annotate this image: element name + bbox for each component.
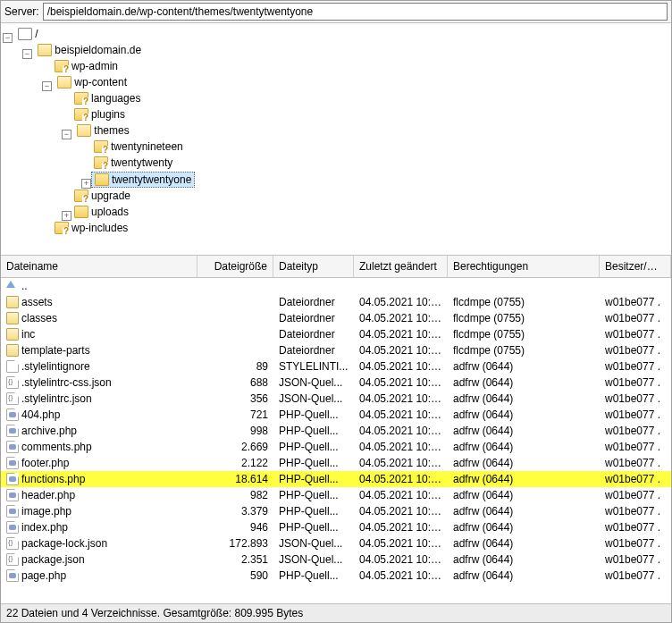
file-perm: adfrw (0644) — [448, 423, 600, 439]
file-row[interactable]: package-lock.json172.893JSON-Quel...04.0… — [1, 535, 671, 551]
file-perm — [448, 284, 600, 288]
file-row[interactable]: classesDateiordner04.05.2021 10:5...flcd… — [1, 310, 671, 326]
file-perm: adfrw (0644) — [448, 568, 600, 584]
server-path-input[interactable] — [43, 3, 668, 21]
file-owner: w01be077 . — [600, 375, 671, 391]
file-list-header[interactable]: Dateiname Dateigröße Dateityp Zuletzt ge… — [1, 256, 671, 278]
file-row[interactable]: archive.php998PHP-Quell...04.05.2021 10:… — [1, 423, 671, 439]
file-row[interactable]: page.php590PHP-Quell...04.05.2021 10:5..… — [1, 568, 671, 584]
file-name: .stylelintrc.json — [21, 392, 92, 405]
tree-wp-content[interactable]: wp-content — [55, 75, 130, 89]
file-owner: w01be077 . — [600, 326, 671, 342]
tree-label: upgrade — [91, 189, 130, 202]
tree-label: twentytwentyone — [112, 173, 191, 186]
file-list-pane[interactable]: Dateiname Dateigröße Dateityp Zuletzt ge… — [1, 256, 671, 603]
file-name: inc — [21, 328, 35, 341]
file-row[interactable]: comments.php2.669PHP-Quell...04.05.2021 … — [1, 439, 671, 455]
file-date: 04.05.2021 10:5... — [354, 568, 448, 584]
expand-toggle[interactable]: + — [81, 179, 91, 189]
file-date: 04.05.2021 10:5... — [354, 471, 448, 487]
expand-toggle[interactable]: − — [22, 49, 32, 59]
file-date: 04.05.2021 10:5... — [354, 326, 448, 342]
file-type: Dateiordner — [273, 310, 354, 326]
file-date: 04.05.2021 10:5... — [354, 391, 448, 407]
tree-themes[interactable]: themes — [74, 123, 131, 138]
tree-label: wp-admin — [71, 60, 118, 72]
expand-toggle[interactable]: − — [42, 81, 52, 91]
tree-label: wp-content — [74, 76, 127, 88]
tree-uploads[interactable]: uploads — [71, 205, 131, 219]
folder-unknown-icon — [74, 108, 88, 121]
file-size: 998 — [197, 423, 273, 439]
tree-languages[interactable]: languages — [71, 91, 143, 105]
file-icon — [6, 392, 19, 405]
expand-toggle[interactable]: − — [3, 33, 13, 43]
file-size — [197, 300, 273, 304]
file-row[interactable]: .stylelintignore89STYLELINTI...04.05.202… — [1, 358, 671, 375]
col-header-perm[interactable]: Berechtigungen — [448, 256, 600, 277]
tree-upgrade[interactable]: upgrade — [71, 189, 133, 203]
file-row[interactable]: functions.php18.614PHP-Quell...04.05.202… — [1, 471, 671, 487]
file-size: 2.669 — [197, 439, 273, 455]
file-icon — [6, 537, 19, 550]
expand-toggle[interactable]: − — [62, 130, 71, 139]
col-header-size[interactable]: Dateigröße — [197, 256, 273, 277]
file-row[interactable]: template-partsDateiordner04.05.2021 10:5… — [1, 342, 671, 358]
file-size — [197, 333, 273, 336]
file-owner: w01be077 . — [600, 519, 671, 535]
file-owner: w01be077 . — [600, 487, 671, 503]
tree-twentytwenty[interactable]: twentytwenty — [91, 156, 175, 170]
file-owner: w01be077 . — [600, 568, 671, 584]
file-row[interactable]: footer.php2.122PHP-Quell...04.05.2021 10… — [1, 455, 671, 471]
file-owner: w01be077 . — [600, 423, 671, 439]
expand-toggle[interactable]: + — [62, 211, 71, 221]
file-type — [273, 284, 354, 288]
file-row[interactable]: package.json2.351JSON-Quel...04.05.2021 … — [1, 551, 671, 568]
tree-root[interactable]: / — [15, 27, 40, 41]
file-row[interactable]: image.php3.379PHP-Quell...04.05.2021 10:… — [1, 503, 671, 519]
expand-blank — [42, 63, 52, 72]
file-type: Dateiordner — [273, 326, 354, 342]
file-row[interactable]: .. — [1, 278, 671, 294]
file-owner: w01be077 . — [600, 358, 671, 375]
folder-unknown-icon — [94, 140, 108, 153]
file-row[interactable]: index.php946PHP-Quell...04.05.2021 10:5.… — [1, 519, 671, 535]
tree-twentytwentyone[interactable]: twentytwentyone — [91, 172, 195, 188]
file-name: assets — [21, 296, 53, 308]
file-owner: w01be077 . — [600, 551, 671, 568]
col-header-type[interactable]: Dateityp — [273, 256, 354, 277]
col-header-name[interactable]: Dateiname — [1, 256, 197, 277]
file-row[interactable]: incDateiordner04.05.2021 10:5...flcdmpe … — [1, 326, 671, 342]
file-owner: w01be077 . — [600, 310, 671, 326]
server-label: Server: — [4, 5, 39, 18]
server-path-bar: Server: — [1, 1, 671, 23]
tree-wp-admin[interactable]: wp-admin — [52, 59, 121, 73]
file-row[interactable]: 404.php721PHP-Quell...04.05.2021 10:5...… — [1, 407, 671, 423]
file-perm: adfrw (0644) — [448, 519, 600, 535]
file-row[interactable]: .stylelintrc-css.json688JSON-Quel...04.0… — [1, 375, 671, 391]
file-perm: adfrw (0644) — [448, 439, 600, 455]
file-row[interactable]: assetsDateiordner04.05.2021 10:5...flcdm… — [1, 294, 671, 310]
file-name: header.php — [21, 489, 75, 501]
file-row[interactable]: .stylelintrc.json356JSON-Quel...04.05.20… — [1, 391, 671, 407]
file-row[interactable]: header.php982PHP-Quell...04.05.2021 10:5… — [1, 487, 671, 503]
file-name: archive.php — [21, 425, 77, 437]
tree-wp-includes[interactable]: wp-includes — [52, 221, 130, 235]
file-size: 3.379 — [197, 503, 273, 519]
col-header-owner[interactable]: Besitzer/Gr... — [600, 256, 671, 277]
file-icon — [6, 296, 19, 308]
col-header-date[interactable]: Zuletzt geändert — [354, 256, 448, 277]
tree-label: twentytwenty — [111, 156, 172, 169]
folder-icon — [77, 124, 91, 137]
tree-label: themes — [94, 124, 129, 137]
root-icon — [18, 28, 32, 40]
tree-twentynineteen[interactable]: twentynineteen — [91, 139, 186, 154]
file-icon — [6, 553, 19, 566]
file-name: functions.php — [21, 473, 85, 485]
file-type: JSON-Quel... — [273, 391, 354, 407]
tree-domain[interactable]: beispieldomain.de — [35, 43, 144, 57]
file-icon — [6, 569, 19, 582]
remote-tree-pane[interactable]: − / − beispieldomain.de wp-admin − wp-co… — [1, 23, 671, 256]
tree-plugins[interactable]: plugins — [71, 107, 128, 122]
file-icon — [6, 280, 19, 292]
